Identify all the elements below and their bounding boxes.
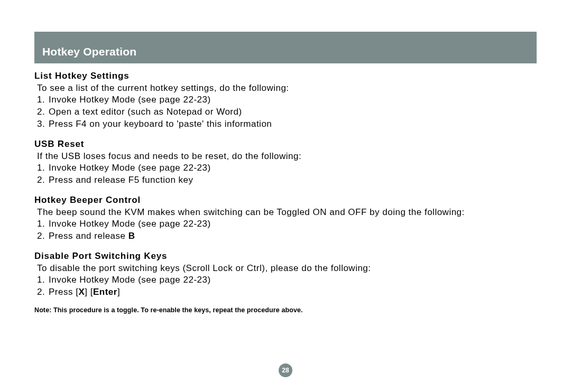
section-beeper: Hotkey Beeper Control The beep sound the…: [34, 195, 537, 242]
section-header-bar: Hotkey Operation: [34, 32, 537, 63]
list-item: 2.Press and release B: [37, 230, 537, 242]
steps-list-hotkey: 1.Invoke Hotkey Mode (see page 22-23) 2.…: [37, 94, 537, 130]
section-disable-port: Disable Port Switching Keys To disable t…: [34, 251, 537, 298]
header-title: Hotkey Operation: [42, 45, 136, 58]
list-item: 1.Invoke Hotkey Mode (see page 22-23): [37, 218, 537, 230]
steps-usb-reset: 1.Invoke Hotkey Mode (see page 22-23) 2.…: [37, 162, 537, 186]
list-item: 1.Invoke Hotkey Mode (see page 22-23): [37, 274, 537, 286]
heading-usb-reset: USB Reset: [34, 139, 537, 150]
heading-disable-port: Disable Port Switching Keys: [34, 251, 537, 262]
list-item: 1.Invoke Hotkey Mode (see page 22-23): [37, 94, 537, 106]
heading-beeper: Hotkey Beeper Control: [34, 195, 537, 206]
heading-list-hotkey: List Hotkey Settings: [34, 71, 537, 81]
list-item: 2.Press [X] [Enter]: [37, 286, 537, 298]
bold-key-enter: Enter: [93, 287, 117, 297]
content-beeper: The beep sound the KVM makes when switch…: [34, 207, 537, 242]
page-number-badge: 28: [279, 363, 292, 377]
steps-beeper: 1.Invoke Hotkey Mode (see page 22-23) 2.…: [37, 218, 537, 242]
content-usb-reset: If the USB loses focus and needs to be r…: [34, 151, 537, 186]
steps-disable-port: 1.Invoke Hotkey Mode (see page 22-23) 2.…: [37, 274, 537, 298]
document-page: Hotkey Operation List Hotkey Settings To…: [0, 0, 571, 392]
intro-beeper: The beep sound the KVM makes when switch…: [37, 207, 537, 218]
bold-key-x: X: [78, 287, 85, 297]
section-usb-reset: USB Reset If the USB loses focus and nee…: [34, 139, 537, 186]
note-text: Note: This procedure is a toggle. To re-…: [34, 306, 537, 314]
list-item: 1.Invoke Hotkey Mode (see page 22-23): [37, 162, 537, 174]
intro-usb-reset: If the USB loses focus and needs to be r…: [37, 151, 537, 162]
intro-list-hotkey: To see a list of the current hotkey sett…: [37, 83, 537, 94]
list-item: 3.Press F4 on your keyboard to 'paste' t…: [37, 118, 537, 130]
section-list-hotkey: List Hotkey Settings To see a list of th…: [34, 71, 537, 130]
bold-key-b: B: [128, 231, 135, 241]
list-item: 2.Press and release F5 function key: [37, 174, 537, 186]
page-number: 28: [282, 367, 289, 374]
intro-disable-port: To disable the port switching keys (Scro…: [37, 263, 537, 274]
list-item: 2.Open a text editor (such as Notepad or…: [37, 106, 537, 118]
content-list-hotkey: To see a list of the current hotkey sett…: [34, 83, 537, 130]
content-disable-port: To disable the port switching keys (Scro…: [34, 263, 537, 298]
